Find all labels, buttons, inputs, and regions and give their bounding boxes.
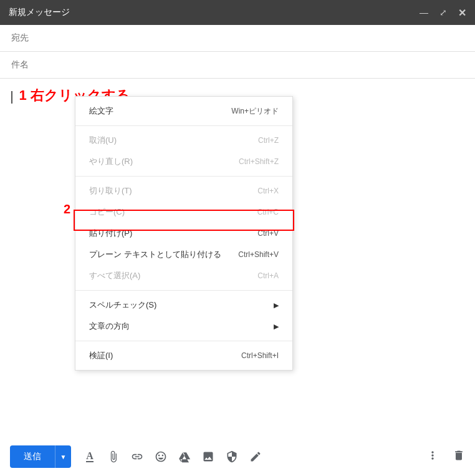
menu-item-label: 検証(I)	[89, 350, 113, 361]
menu-item-label: コピー(C)	[89, 206, 125, 218]
menu-item-shortcut: Ctrl+X	[257, 187, 279, 195]
send-button[interactable]: 送信	[10, 445, 55, 468]
menu-item-shortcut: Ctrl+Z	[258, 136, 279, 145]
menu-item-shortcut: Ctrl+Shift+Z	[239, 157, 279, 166]
menu-item-label: 文章の方向	[89, 321, 130, 332]
minimize-icon[interactable]: —	[420, 7, 428, 17]
insert-link-icon[interactable]	[131, 450, 143, 463]
menu-item-shortcut: Ctrl+Shift+V	[238, 250, 279, 259]
context-menu-item[interactable]: コピー(C)Ctrl+C	[75, 202, 292, 223]
subject-label: 件名	[11, 59, 29, 69]
menu-item-label: 切り取り(T)	[89, 185, 132, 197]
send-button-group: 送信 ▼	[10, 445, 71, 468]
menu-item-label: やり直し(R)	[89, 156, 133, 167]
menu-item-label: 取消(U)	[89, 135, 117, 146]
to-field[interactable]: 宛先	[0, 25, 475, 52]
context-menu-item[interactable]: スペルチェック(S)▶	[75, 294, 292, 316]
context-menu-item[interactable]: やり直し(R)Ctrl+Shift+Z	[75, 151, 292, 172]
menu-item-shortcut: Ctrl+Shift+I	[241, 351, 279, 360]
format-text-icon[interactable]: A	[84, 450, 96, 463]
context-menu-item[interactable]: 文章の方向▶	[75, 316, 292, 337]
confidential-mode-icon[interactable]	[226, 450, 238, 463]
menu-item-label: スペルチェック(S)	[89, 299, 156, 311]
insert-drive-icon[interactable]	[178, 450, 191, 463]
context-menu-item[interactable]: プレーン テキストとして貼り付けるCtrl+Shift+V	[75, 244, 292, 265]
menu-item-label: すべて選択(A)	[89, 270, 140, 281]
context-menu-item[interactable]: すべて選択(A)Ctrl+A	[75, 265, 292, 286]
menu-item-shortcut: Ctrl+C	[257, 208, 279, 216]
discard-draft-icon[interactable]	[453, 449, 465, 465]
text-cursor	[11, 91, 12, 104]
menu-item-label: プレーン テキストとして貼り付ける	[89, 249, 221, 260]
submenu-arrow-icon: ▶	[274, 301, 279, 309]
context-menu-item[interactable]: 絵文字Win+ピリオド	[75, 100, 292, 122]
close-icon[interactable]: ✕	[458, 7, 466, 19]
insert-emoji-icon[interactable]	[155, 450, 167, 463]
insert-signature-icon[interactable]	[249, 450, 262, 463]
menu-item-shortcut: Win+ピリオド	[231, 106, 279, 117]
compose-header: 新規メッセージ — ⤢ ✕	[0, 0, 475, 25]
compose-title: 新規メッセージ	[9, 7, 70, 18]
context-menu-item[interactable]: 検証(I)Ctrl+Shift+I	[75, 345, 292, 366]
more-options-icon[interactable]	[426, 449, 439, 465]
menu-item-label: 貼り付け(P)	[89, 228, 132, 239]
fullscreen-icon[interactable]: ⤢	[439, 7, 447, 17]
toolbar-right	[426, 449, 465, 465]
submenu-arrow-icon: ▶	[274, 323, 279, 331]
context-menu-item[interactable]: 切り取り(T)Ctrl+X	[75, 180, 292, 202]
menu-item-shortcut: Ctrl+A	[257, 271, 279, 280]
menu-item-label: 絵文字	[89, 105, 113, 117]
send-more-dropdown[interactable]: ▼	[55, 445, 71, 468]
annotation-2: 2	[64, 202, 70, 216]
subject-field[interactable]: 件名	[0, 52, 475, 79]
compose-toolbar: 送信 ▼ A	[0, 437, 475, 476]
menu-item-shortcut: Ctrl+V	[257, 229, 279, 238]
insert-photo-icon[interactable]	[202, 450, 214, 463]
context-menu-item[interactable]: 貼り付け(P)Ctrl+V	[75, 223, 292, 244]
context-menu: 絵文字Win+ピリオド取消(U)Ctrl+Zやり直し(R)Ctrl+Shift+…	[75, 96, 293, 371]
attach-file-icon[interactable]	[107, 450, 120, 463]
context-menu-item[interactable]: 取消(U)Ctrl+Z	[75, 130, 292, 151]
header-actions: — ⤢ ✕	[420, 7, 466, 19]
formatting-tools: A	[84, 450, 262, 463]
to-label: 宛先	[11, 32, 29, 42]
message-body[interactable]: 1 右クリックする 絵文字Win+ピリオド取消(U)Ctrl+Zやり直し(R)C…	[0, 79, 475, 465]
